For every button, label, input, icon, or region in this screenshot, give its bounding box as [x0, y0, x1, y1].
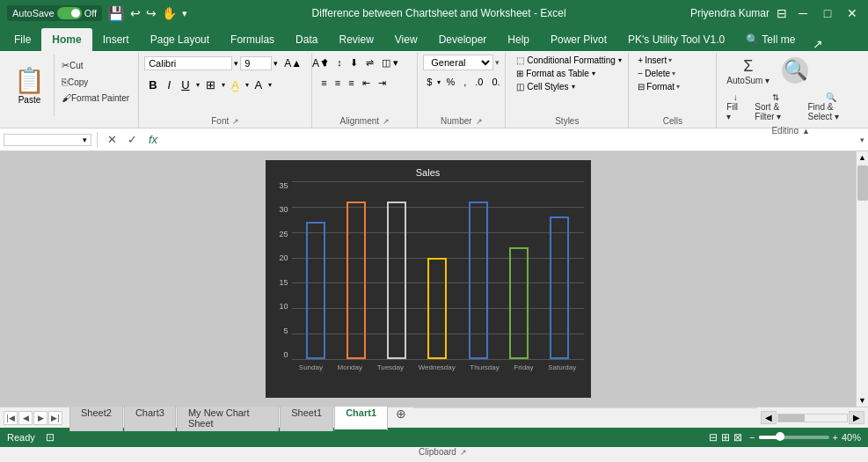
fill-button[interactable]: ↓ Fill ▾	[722, 90, 748, 124]
tab-data[interactable]: Data	[285, 28, 328, 51]
tab-tell-me[interactable]: 🔍 Tell me	[735, 28, 806, 51]
italic-button[interactable]: I	[164, 76, 176, 94]
currency-button[interactable]: $	[423, 74, 435, 90]
page-break-icon[interactable]: ⊠	[733, 431, 742, 444]
sheet-next-button[interactable]: ▶	[33, 411, 47, 425]
percent-button[interactable]: %	[442, 74, 458, 90]
hscroll-right-button[interactable]: ▶	[849, 411, 864, 424]
page-layout-icon[interactable]: ⊞	[721, 431, 730, 444]
tab-home[interactable]: Home	[41, 28, 91, 51]
currency-expand-icon[interactable]: ▾	[437, 78, 441, 86]
tab-developer[interactable]: Developer	[428, 28, 498, 51]
number-expand-icon[interactable]: ↗	[476, 117, 483, 126]
formula-input[interactable]	[164, 134, 857, 146]
autosave-toggle[interactable]: AutoSave Off	[7, 5, 102, 21]
autosum-button[interactable]: Σ AutoSum ▾	[722, 55, 774, 88]
scroll-up-button[interactable]: ▲	[857, 151, 869, 164]
number-format-select[interactable]: General Number Currency Short Date	[423, 55, 493, 70]
tab-power-pivot[interactable]: Power Pivot	[540, 28, 617, 51]
underline-button[interactable]: U	[177, 76, 193, 94]
search-button[interactable]: 🔍	[777, 55, 813, 88]
sheet-prev-button[interactable]: ◀	[18, 411, 33, 425]
cell-styles-button[interactable]: ◫ Cell Styles ▾	[511, 81, 580, 92]
merge-button[interactable]: ◫ ▾	[378, 55, 402, 71]
undo-icon[interactable]: ↩	[130, 6, 141, 20]
tab-help[interactable]: Help	[497, 28, 540, 51]
name-box[interactable]: ▾	[4, 134, 91, 146]
chart-container[interactable]: Sales 35 30 25 20 15 10 5 0	[266, 160, 591, 398]
align-bottom-button[interactable]: ⬇	[346, 55, 361, 71]
format-button[interactable]: ⊟ Format ▾	[634, 81, 683, 92]
tab-file[interactable]: File	[4, 28, 41, 51]
find-select-button[interactable]: 🔍 Find & Select ▾	[804, 90, 860, 124]
border-expand-icon[interactable]: ▾	[222, 81, 225, 89]
scroll-down-button[interactable]: ▼	[857, 394, 869, 407]
vertical-scrollbar[interactable]: ▲ ▼	[856, 151, 868, 407]
fill-expand-icon[interactable]: ▾	[245, 81, 249, 89]
align-right-button[interactable]: ≡	[345, 75, 357, 92]
delete-button[interactable]: − Delete ▾	[634, 68, 679, 79]
alignment-expand-icon[interactable]: ↗	[383, 117, 390, 126]
zoom-level[interactable]: 40%	[842, 432, 861, 443]
tab-page-layout[interactable]: Page Layout	[140, 28, 220, 51]
zoom-in-button[interactable]: +	[833, 432, 838, 443]
formula-cancel-button[interactable]: ✕	[103, 132, 121, 147]
sheet-last-button[interactable]: ▶|	[48, 411, 62, 425]
hscroll-thumb[interactable]	[778, 414, 805, 422]
border-button[interactable]: ⊞	[201, 76, 220, 94]
format-as-table-button[interactable]: ⊞ Format as Table ▾	[511, 68, 601, 79]
align-top-button[interactable]: ⬆	[317, 55, 332, 71]
font-name-input[interactable]	[144, 56, 232, 70]
ribbon-display-icon[interactable]: ⊟	[777, 6, 787, 20]
format-painter-button[interactable]: 🖌 Format Painter	[58, 91, 133, 105]
zoom-out-button[interactable]: −	[749, 432, 755, 443]
tab-formulas[interactable]: Formulas	[220, 28, 285, 51]
bold-button[interactable]: B	[144, 76, 161, 94]
tab-pk-utility[interactable]: PK's Utility Tool V1.0	[617, 28, 735, 51]
sheet-first-button[interactable]: |◀	[4, 411, 18, 425]
decrease-indent-button[interactable]: ⇤	[359, 75, 374, 92]
hscroll-left-button[interactable]: ◀	[761, 411, 777, 424]
redo-icon[interactable]: ↪	[146, 6, 157, 20]
formula-confirm-button[interactable]: ✓	[123, 132, 142, 147]
wrap-text-button[interactable]: ⇌	[362, 55, 377, 71]
align-middle-button[interactable]: ↕	[333, 55, 346, 71]
touch-icon[interactable]: ✋	[162, 6, 177, 20]
normal-view-icon[interactable]: ⊟	[709, 431, 718, 444]
minimize-button[interactable]: ─	[794, 4, 812, 22]
paste-button[interactable]: 📋 Paste	[9, 62, 50, 108]
grow-font-button[interactable]: A▲	[280, 55, 306, 72]
cut-button[interactable]: ✂ Cut	[58, 58, 133, 73]
save-icon[interactable]: 💾	[107, 5, 125, 22]
add-sheet-button[interactable]: ⊕	[389, 404, 413, 431]
increase-indent-button[interactable]: ⇥	[375, 75, 390, 92]
scroll-thumb[interactable]	[857, 165, 868, 201]
conditional-formatting-button[interactable]: ⬚ Conditional Formatting ▾	[511, 55, 627, 66]
sort-filter-button[interactable]: ⇅ Sort & Filter ▾	[750, 90, 801, 124]
tab-sheet2[interactable]: Sheet2	[69, 404, 123, 431]
tab-chart1[interactable]: Chart1	[334, 404, 388, 431]
zoom-slider[interactable]	[759, 436, 829, 439]
font-size-input[interactable]	[240, 56, 272, 70]
tab-view[interactable]: View	[384, 28, 428, 51]
decrease-decimal-button[interactable]: 0.	[488, 74, 503, 90]
clipboard-expand-icon[interactable]: ↗	[460, 448, 467, 457]
increase-decimal-button[interactable]: .0	[471, 74, 486, 90]
tab-insert[interactable]: Insert	[92, 28, 140, 51]
font-color-button[interactable]: A	[251, 76, 267, 94]
tab-chart3[interactable]: Chart3	[124, 404, 176, 431]
insert-button[interactable]: + Insert ▾	[634, 55, 675, 66]
align-center-button[interactable]: ≡	[332, 75, 344, 92]
formula-expand-icon[interactable]: ▾	[860, 136, 864, 144]
align-left-button[interactable]: ≡	[317, 75, 330, 92]
fill-color-button[interactable]: A̲	[227, 76, 244, 94]
underline-expand-icon[interactable]: ▾	[196, 81, 200, 89]
copy-button[interactable]: ⎘ Copy	[58, 75, 133, 89]
share-icon[interactable]: ↗	[813, 37, 823, 51]
tab-review[interactable]: Review	[328, 28, 383, 51]
close-button[interactable]: ✕	[843, 4, 861, 22]
font-expand-icon[interactable]: ↗	[232, 117, 239, 126]
tab-my-new-chart-sheet[interactable]: My New Chart Sheet	[177, 404, 279, 431]
hscroll-track[interactable]	[777, 414, 848, 422]
autosave-pill[interactable]	[57, 7, 82, 19]
